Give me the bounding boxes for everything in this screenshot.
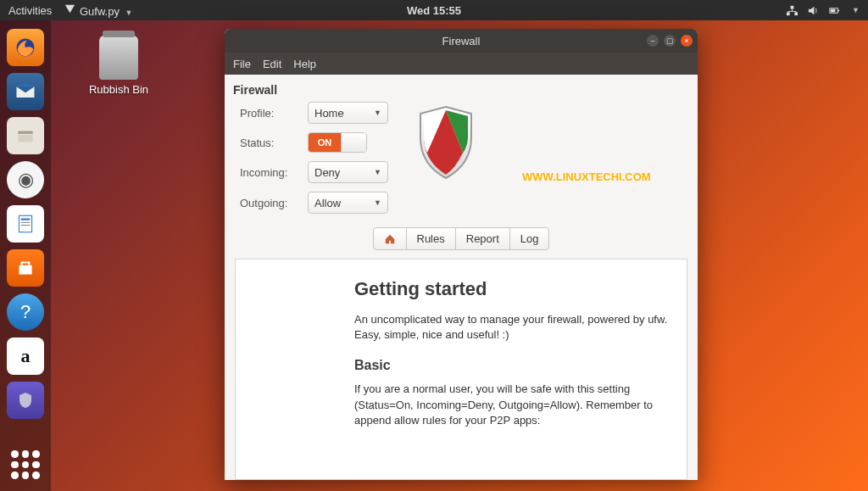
menu-file[interactable]: File bbox=[233, 58, 251, 70]
dock-app-writer[interactable] bbox=[7, 205, 44, 243]
dock-app-gufw[interactable] bbox=[7, 382, 44, 419]
svg-rect-1 bbox=[794, 12, 798, 15]
watermark-text: WWW.LINUXTECHI.COM bbox=[522, 170, 651, 183]
dock-app-files[interactable] bbox=[7, 117, 44, 154]
svg-rect-5 bbox=[831, 8, 836, 12]
tab-rules[interactable]: Rules bbox=[406, 228, 455, 249]
volume-icon bbox=[807, 4, 820, 17]
window-title: Firewall bbox=[442, 35, 481, 47]
tab-report[interactable]: Report bbox=[455, 228, 509, 249]
chevron-down-icon: ▼ bbox=[374, 198, 381, 207]
toggle-on-label: ON bbox=[309, 133, 341, 152]
toggle-knob bbox=[341, 133, 366, 152]
menu-edit[interactable]: Edit bbox=[263, 58, 281, 70]
svg-rect-10 bbox=[21, 219, 31, 220]
svg-rect-2 bbox=[791, 5, 794, 8]
outgoing-value: Allow bbox=[314, 197, 341, 209]
svg-rect-9 bbox=[19, 215, 31, 232]
dock-app-rhythmbox[interactable]: ◉ bbox=[7, 161, 44, 198]
doc-basic: If you are a normal user, you will be sa… bbox=[354, 382, 668, 428]
home-icon bbox=[384, 233, 396, 245]
svg-rect-0 bbox=[787, 12, 790, 15]
app-menu-label: Gufw.py bbox=[80, 5, 120, 18]
svg-rect-11 bbox=[21, 222, 31, 223]
dock-app-software[interactable] bbox=[7, 249, 44, 287]
window-minimize-button[interactable]: – bbox=[647, 35, 659, 47]
activities-button[interactable]: Activities bbox=[8, 4, 52, 17]
trash-label: Rubbish Bin bbox=[76, 83, 161, 96]
dock: ◉ ? a bbox=[0, 20, 51, 491]
trash-icon bbox=[99, 36, 138, 80]
svg-rect-7 bbox=[18, 131, 32, 134]
svg-rect-4 bbox=[837, 9, 839, 11]
doc-subheading: Basic bbox=[354, 358, 668, 373]
window-menubar: File Edit Help bbox=[225, 53, 698, 75]
dock-app-thunderbird[interactable] bbox=[7, 73, 44, 110]
dock-app-amazon[interactable]: a bbox=[7, 338, 44, 375]
svg-rect-12 bbox=[21, 225, 31, 226]
section-heading: Firewall bbox=[225, 75, 698, 102]
chevron-down-icon: ▼ bbox=[125, 8, 133, 17]
tab-bar: Rules Report Log bbox=[225, 227, 698, 250]
gnome-topbar: Activities Gufw.py ▼ Wed 15:55 ▼ bbox=[0, 0, 868, 20]
status-label: Status: bbox=[240, 137, 308, 149]
tab-log[interactable]: Log bbox=[509, 228, 549, 249]
dock-app-firefox[interactable] bbox=[7, 29, 44, 66]
tab-home[interactable] bbox=[374, 228, 406, 249]
chevron-down-icon: ▼ bbox=[852, 6, 860, 14]
shield-graphic bbox=[414, 102, 478, 214]
incoming-select[interactable]: Deny ▼ bbox=[308, 161, 388, 183]
doc-intro: An uncomplicated way to manage your fire… bbox=[354, 312, 668, 343]
svg-rect-8 bbox=[18, 135, 32, 142]
chevron-down-icon: ▼ bbox=[374, 109, 381, 117]
desktop-trash[interactable]: Rubbish Bin bbox=[76, 36, 161, 96]
profile-select[interactable]: Home ▼ bbox=[308, 102, 388, 124]
dock-app-help[interactable]: ? bbox=[7, 293, 44, 331]
app-menu[interactable]: Gufw.py ▼ bbox=[64, 3, 132, 18]
firewall-window: Firewall – ▢ × File Edit Help Firewall P… bbox=[225, 29, 698, 480]
app-indicator-icon bbox=[64, 3, 76, 15]
network-icon bbox=[786, 4, 798, 17]
menu-help[interactable]: Help bbox=[293, 58, 316, 70]
firewall-form: Profile: Home ▼ Status: ON Incoming: Den… bbox=[225, 102, 698, 222]
profile-label: Profile: bbox=[240, 107, 308, 120]
chevron-down-icon: ▼ bbox=[374, 168, 381, 176]
system-tray[interactable]: ▼ bbox=[786, 4, 860, 17]
doc-heading: Getting started bbox=[354, 278, 668, 300]
window-titlebar[interactable]: Firewall – ▢ × bbox=[225, 29, 698, 53]
window-close-button[interactable]: × bbox=[681, 35, 693, 47]
battery-icon bbox=[828, 4, 841, 17]
show-apps-button[interactable] bbox=[11, 450, 40, 479]
incoming-value: Deny bbox=[314, 166, 340, 179]
window-maximize-button[interactable]: ▢ bbox=[664, 35, 676, 47]
incoming-label: Incoming: bbox=[240, 166, 308, 179]
outgoing-select[interactable]: Allow ▼ bbox=[308, 192, 388, 214]
outgoing-label: Outgoing: bbox=[240, 197, 308, 209]
shield-icon bbox=[414, 103, 478, 181]
status-toggle[interactable]: ON bbox=[308, 132, 367, 153]
profile-value: Home bbox=[314, 107, 344, 120]
clock[interactable]: Wed 15:55 bbox=[407, 4, 461, 17]
doc-panel[interactable]: Getting started An uncomplicated way to … bbox=[235, 259, 687, 480]
